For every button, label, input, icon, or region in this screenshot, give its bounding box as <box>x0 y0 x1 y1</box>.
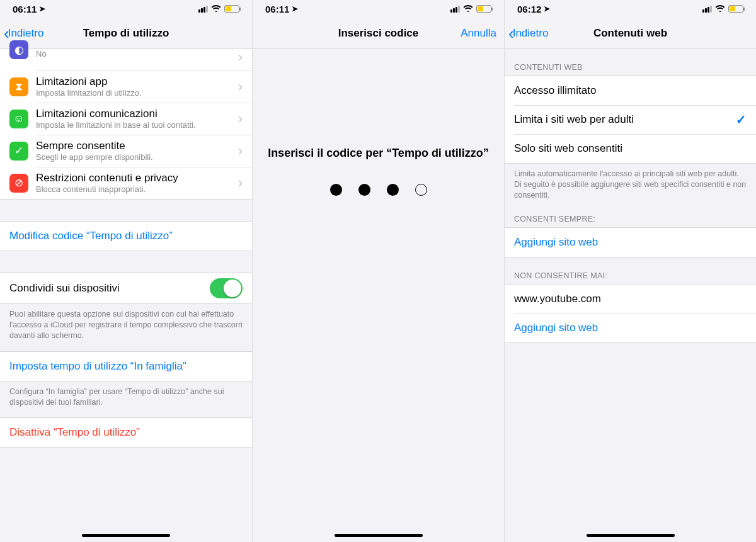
location-icon: ➤ <box>292 4 298 13</box>
status-time: 06:11 <box>265 4 289 14</box>
row-sub: Imposta limitazioni di utilizzo. <box>36 88 233 98</box>
passcode-prompt: Inserisci il codice per “Tempo di utiliz… <box>253 147 504 160</box>
passcode-dot <box>387 184 399 196</box>
passcode-dot <box>358 184 370 196</box>
section-header-allow: CONSENTI SEMPRE: <box>505 211 756 227</box>
row-sub: Scegli le app sempre disponibili. <box>36 152 233 162</box>
passcode-dot <box>415 184 427 196</box>
chevron-right-icon: › <box>233 111 243 127</box>
location-icon: ➤ <box>544 4 550 13</box>
screen-screentime: 06:11➤ ‹Indietro Tempo di utilizzo ◐ No … <box>0 0 252 542</box>
page-title: Inserisci codice <box>338 27 419 40</box>
wifi-icon <box>715 4 725 14</box>
chevron-right-icon: › <box>233 143 243 159</box>
battery-icon <box>728 5 743 13</box>
battery-icon <box>476 5 491 13</box>
home-indicator[interactable] <box>587 534 675 537</box>
settings-group-features: ◐ No › ⧗ Limitazioni app Imposta limitaz… <box>0 49 252 200</box>
battery-icon <box>224 5 239 13</box>
page-title: Contenuti web <box>593 27 667 40</box>
no-entry-icon: ⊘ <box>9 174 28 193</box>
row-title: Sempre consentite <box>36 140 233 152</box>
row-downtime-partial[interactable]: ◐ No › <box>0 49 252 71</box>
webcontent-options: Accesso illimitato Limita i siti web per… <box>505 76 756 164</box>
cancel-button[interactable]: Annulla <box>461 27 496 40</box>
wifi-icon <box>211 4 221 14</box>
status-bar: 06:11➤ <box>253 0 504 18</box>
navbar: Inserisci codice Annulla <box>253 18 504 49</box>
screen-passcode: 06:11➤ Inserisci codice Annulla Inserisc… <box>252 0 504 542</box>
link-setup-family[interactable]: Imposta tempo di utilizzo “In famiglia” <box>0 352 252 381</box>
location-icon: ➤ <box>39 4 45 13</box>
section-header-webcontent: CONTENUTI WEB <box>505 49 756 76</box>
webcontent-footer: Limita automaticamente l'accesso ai prin… <box>505 164 756 211</box>
row-sub: Blocca contenuti inappropriati. <box>36 184 233 194</box>
row-comm-limits[interactable]: ☺ Limitazioni comunicazioni Imposta le l… <box>0 103 252 135</box>
downtime-icon: ◐ <box>9 40 28 59</box>
home-indicator[interactable] <box>335 534 423 537</box>
passcode-dots <box>253 184 504 196</box>
back-button[interactable]: ‹Indietro <box>508 25 548 42</box>
chevron-right-icon: › <box>233 79 243 95</box>
passcode-dot <box>330 184 342 196</box>
navbar: ‹Indietro Tempo di utilizzo <box>0 18 252 49</box>
contacts-icon: ☺ <box>9 110 28 128</box>
row-title: Limitazioni comunicazioni <box>36 108 233 120</box>
link-disable-screentime[interactable]: Disattiva “Tempo di utilizzo” <box>0 418 252 447</box>
option-allowed-only[interactable]: Solo siti web consentiti <box>505 134 756 163</box>
row-title: Restrizioni contenuti e privacy <box>36 172 233 184</box>
row-title: Limitazioni app <box>36 76 233 88</box>
cellular-icon <box>198 6 208 13</box>
status-bar: 06:11➤ <box>0 0 252 18</box>
option-limit-adult[interactable]: Limita i siti web per adulti ✓ <box>505 105 756 134</box>
back-button[interactable]: ‹Indietro <box>4 25 43 42</box>
navbar: ‹Indietro Contenuti web <box>505 18 756 49</box>
screen-web-content: 06:12➤ ‹Indietro Contenuti web CONTENUTI… <box>504 0 756 542</box>
toggle-label: Condividi sui dispositivi <box>9 282 210 295</box>
add-blocked-website[interactable]: Aggiungi sito web <box>505 313 756 342</box>
share-devices-footer: Puoi abilitare questa opzione sui dispos… <box>0 304 252 351</box>
status-bar: 06:12➤ <box>505 0 756 18</box>
row-sub: No <box>36 49 233 59</box>
status-time: 06:11 <box>13 4 37 14</box>
family-footer: Configura “In famiglia” per usare “Tempo… <box>0 381 252 418</box>
section-header-block: NON CONSENTIRE MAI: <box>505 257 756 284</box>
home-indicator[interactable] <box>82 534 170 537</box>
row-sub: Imposta le limitazioni in base ai tuoi c… <box>36 120 233 130</box>
check-square-icon: ✓ <box>9 142 28 161</box>
wifi-icon <box>463 4 473 14</box>
checkmark-icon: ✓ <box>736 112 747 127</box>
row-app-limits[interactable]: ⧗ Limitazioni app Imposta limitazioni di… <box>0 71 252 103</box>
row-share-devices: Condividi sui dispositivi <box>0 273 252 303</box>
hourglass-icon: ⧗ <box>9 77 28 96</box>
status-time: 06:12 <box>517 4 541 14</box>
option-unrestricted[interactable]: Accesso illimitato <box>505 76 756 105</box>
chevron-right-icon: › <box>233 175 243 191</box>
add-allowed-website[interactable]: Aggiungi sito web <box>505 228 756 257</box>
page-title: Tempo di utilizzo <box>83 27 169 40</box>
blocked-site-row[interactable]: www.youtube.com <box>505 285 756 313</box>
cellular-icon <box>702 6 712 13</box>
link-edit-passcode[interactable]: Modifica codice “Tempo di utilizzo” <box>0 222 252 251</box>
cellular-icon <box>450 6 460 13</box>
share-devices-toggle[interactable] <box>210 278 243 298</box>
chevron-right-icon: › <box>233 49 243 65</box>
row-content-restrictions[interactable]: ⊘ Restrizioni contenuti e privacy Blocca… <box>0 167 252 199</box>
row-always-allowed[interactable]: ✓ Sempre consentite Scegli le app sempre… <box>0 135 252 167</box>
